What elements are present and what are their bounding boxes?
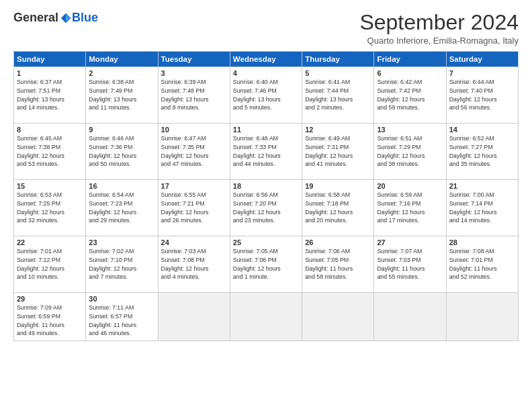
calendar-table: Sunday Monday Tuesday Wednesday Thursday… [13, 51, 519, 341]
calendar-day-cell: 10Sunrise: 6:47 AM Sunset: 7:35 PM Dayli… [158, 124, 230, 180]
day-number: 8 [17, 126, 83, 134]
day-info: Sunrise: 6:39 AM Sunset: 7:48 PM Dayligh… [161, 78, 227, 112]
calendar-day-cell: 17Sunrise: 6:55 AM Sunset: 7:21 PM Dayli… [158, 180, 230, 236]
calendar-day-cell: 8Sunrise: 6:45 AM Sunset: 7:38 PM Daylig… [14, 124, 86, 180]
day-info: Sunrise: 6:56 AM Sunset: 7:20 PM Dayligh… [233, 191, 299, 225]
calendar-day-cell: 13Sunrise: 6:51 AM Sunset: 7:29 PM Dayli… [374, 124, 446, 180]
day-info: Sunrise: 6:53 AM Sunset: 7:25 PM Dayligh… [17, 191, 83, 225]
day-number: 12 [305, 126, 371, 134]
calendar-day-cell [446, 293, 518, 341]
location: Quarto Inferiore, Emilia-Romagna, Italy [359, 36, 519, 46]
calendar-day-cell: 28Sunrise: 7:08 AM Sunset: 7:01 PM Dayli… [446, 236, 518, 293]
calendar-day-cell: 18Sunrise: 6:56 AM Sunset: 7:20 PM Dayli… [230, 180, 302, 236]
day-number: 25 [233, 238, 299, 246]
day-number: 7 [449, 69, 515, 77]
logo-general: General [13, 11, 58, 25]
calendar-day-cell: 9Sunrise: 6:46 AM Sunset: 7:36 PM Daylig… [86, 124, 158, 180]
day-number: 5 [305, 69, 371, 77]
calendar-day-cell: 24Sunrise: 7:03 AM Sunset: 7:08 PM Dayli… [158, 236, 230, 293]
day-info: Sunrise: 7:06 AM Sunset: 7:05 PM Dayligh… [305, 247, 371, 281]
header-wednesday: Wednesday [230, 52, 302, 67]
calendar-day-cell: 14Sunrise: 6:52 AM Sunset: 7:27 PM Dayli… [446, 124, 518, 180]
logo: General Blue [13, 11, 98, 25]
day-number: 15 [17, 182, 83, 190]
calendar-day-cell: 29Sunrise: 7:09 AM Sunset: 6:59 PM Dayli… [14, 293, 86, 341]
day-info: Sunrise: 6:59 AM Sunset: 7:16 PM Dayligh… [377, 191, 443, 225]
day-number: 29 [17, 295, 83, 303]
day-number: 21 [449, 182, 515, 190]
day-info: Sunrise: 6:42 AM Sunset: 7:42 PM Dayligh… [377, 78, 443, 112]
day-info: Sunrise: 6:45 AM Sunset: 7:38 PM Dayligh… [17, 134, 83, 169]
day-info: Sunrise: 6:37 AM Sunset: 7:51 PM Dayligh… [17, 78, 83, 112]
calendar-day-cell: 11Sunrise: 6:48 AM Sunset: 7:33 PM Dayli… [230, 124, 302, 180]
calendar-day-cell: 25Sunrise: 7:05 AM Sunset: 7:06 PM Dayli… [230, 236, 302, 293]
header-sunday: Sunday [14, 52, 86, 67]
day-info: Sunrise: 7:08 AM Sunset: 7:01 PM Dayligh… [449, 247, 515, 281]
calendar-day-cell: 21Sunrise: 7:00 AM Sunset: 7:14 PM Dayli… [446, 180, 518, 236]
day-number: 4 [233, 69, 299, 77]
calendar-day-cell [374, 293, 446, 341]
day-number: 19 [305, 182, 371, 190]
day-info: Sunrise: 6:52 AM Sunset: 7:27 PM Dayligh… [449, 134, 515, 169]
day-number: 6 [377, 69, 443, 77]
calendar-day-cell: 23Sunrise: 7:02 AM Sunset: 7:10 PM Dayli… [86, 236, 158, 293]
month-title: September 2024 [359, 11, 519, 34]
logo-blue: Blue [72, 11, 98, 25]
day-number: 28 [449, 238, 515, 246]
day-info: Sunrise: 6:46 AM Sunset: 7:36 PM Dayligh… [89, 134, 154, 169]
day-number: 1 [17, 69, 83, 77]
day-number: 3 [161, 69, 227, 77]
day-info: Sunrise: 6:47 AM Sunset: 7:35 PM Dayligh… [161, 134, 227, 169]
calendar-week-row: 22Sunrise: 7:01 AM Sunset: 7:12 PM Dayli… [14, 236, 519, 293]
day-number: 16 [89, 182, 154, 190]
day-number: 10 [161, 126, 227, 134]
calendar-week-row: 8Sunrise: 6:45 AM Sunset: 7:38 PM Daylig… [14, 124, 519, 180]
calendar-day-cell [158, 293, 230, 341]
day-number: 23 [89, 238, 154, 246]
day-number: 26 [305, 238, 371, 246]
header-friday: Friday [374, 52, 446, 67]
calendar-day-cell: 30Sunrise: 7:11 AM Sunset: 6:57 PM Dayli… [86, 293, 158, 341]
header-tuesday: Tuesday [158, 52, 230, 67]
calendar-day-cell: 12Sunrise: 6:49 AM Sunset: 7:31 PM Dayli… [302, 124, 374, 180]
calendar-week-row: 15Sunrise: 6:53 AM Sunset: 7:25 PM Dayli… [14, 180, 519, 236]
calendar-day-cell: 27Sunrise: 7:07 AM Sunset: 7:03 PM Dayli… [374, 236, 446, 293]
day-info: Sunrise: 7:05 AM Sunset: 7:06 PM Dayligh… [233, 247, 299, 281]
day-info: Sunrise: 6:48 AM Sunset: 7:33 PM Dayligh… [233, 134, 299, 169]
calendar-week-row: 1Sunrise: 6:37 AM Sunset: 7:51 PM Daylig… [14, 67, 519, 124]
calendar-day-cell: 15Sunrise: 6:53 AM Sunset: 7:25 PM Dayli… [14, 180, 86, 236]
day-info: Sunrise: 7:11 AM Sunset: 6:57 PM Dayligh… [89, 304, 154, 338]
header-monday: Monday [86, 52, 158, 67]
calendar-week-row: 29Sunrise: 7:09 AM Sunset: 6:59 PM Dayli… [14, 293, 519, 341]
calendar-day-cell: 2Sunrise: 6:38 AM Sunset: 7:49 PM Daylig… [86, 67, 158, 124]
header: General Blue September 2024 Quarto Infer… [13, 11, 519, 46]
header-saturday: Saturday [446, 52, 518, 67]
day-info: Sunrise: 6:49 AM Sunset: 7:31 PM Dayligh… [305, 134, 371, 169]
logo-icon [60, 12, 72, 24]
calendar-day-cell: 16Sunrise: 6:54 AM Sunset: 7:23 PM Dayli… [86, 180, 158, 236]
day-number: 22 [17, 238, 83, 246]
calendar-day-cell: 7Sunrise: 6:44 AM Sunset: 7:40 PM Daylig… [446, 67, 518, 124]
day-number: 13 [377, 126, 443, 134]
page: General Blue September 2024 Quarto Infer… [0, 0, 532, 411]
title-block: September 2024 Quarto Inferiore, Emilia-… [359, 11, 519, 46]
day-info: Sunrise: 6:54 AM Sunset: 7:23 PM Dayligh… [89, 191, 154, 225]
day-info: Sunrise: 6:40 AM Sunset: 7:46 PM Dayligh… [233, 78, 299, 112]
day-info: Sunrise: 7:01 AM Sunset: 7:12 PM Dayligh… [17, 247, 83, 281]
calendar-day-cell: 26Sunrise: 7:06 AM Sunset: 7:05 PM Dayli… [302, 236, 374, 293]
calendar-day-cell: 5Sunrise: 6:41 AM Sunset: 7:44 PM Daylig… [302, 67, 374, 124]
day-info: Sunrise: 6:51 AM Sunset: 7:29 PM Dayligh… [377, 134, 443, 169]
calendar-header-row: Sunday Monday Tuesday Wednesday Thursday… [14, 52, 519, 67]
day-info: Sunrise: 7:09 AM Sunset: 6:59 PM Dayligh… [17, 304, 83, 338]
calendar-day-cell [302, 293, 374, 341]
calendar-day-cell: 6Sunrise: 6:42 AM Sunset: 7:42 PM Daylig… [374, 67, 446, 124]
day-number: 14 [449, 126, 515, 134]
calendar-day-cell: 22Sunrise: 7:01 AM Sunset: 7:12 PM Dayli… [14, 236, 86, 293]
day-number: 18 [233, 182, 299, 190]
calendar-day-cell [230, 293, 302, 341]
day-number: 30 [89, 295, 154, 303]
calendar-day-cell: 1Sunrise: 6:37 AM Sunset: 7:51 PM Daylig… [14, 67, 86, 124]
day-info: Sunrise: 6:38 AM Sunset: 7:49 PM Dayligh… [89, 78, 154, 112]
day-number: 24 [161, 238, 227, 246]
day-info: Sunrise: 7:07 AM Sunset: 7:03 PM Dayligh… [377, 247, 443, 281]
